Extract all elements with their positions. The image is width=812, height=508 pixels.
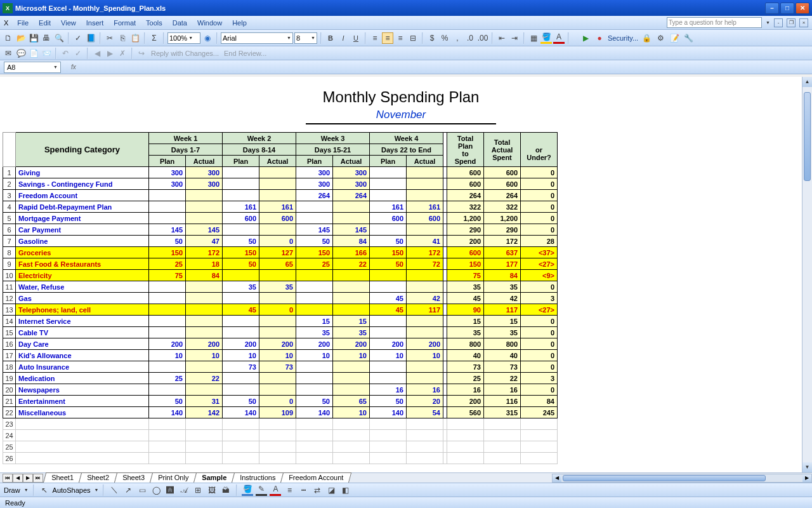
- menu-view[interactable]: View: [56, 18, 81, 28]
- dec-decimal-icon[interactable]: .00: [477, 32, 488, 44]
- bold-icon[interactable]: B: [325, 32, 336, 44]
- table-row[interactable]: 1Giving3003003003006006000: [3, 167, 558, 178]
- tab-sheet2[interactable]: Sheet2: [79, 472, 117, 483]
- close-button[interactable]: ✕: [796, 3, 809, 14]
- table-row[interactable]: 14Internet Service151515150: [3, 316, 558, 327]
- autosum-icon[interactable]: Σ: [148, 32, 160, 44]
- vertical-scrollbar[interactable]: ▲ ▼: [802, 77, 812, 472]
- spell-icon[interactable]: ✓: [72, 32, 84, 44]
- track-changes-icon[interactable]: ↶: [60, 48, 71, 59]
- budget-table[interactable]: Spending CategoryWeek 1Week 2Week 3Week …: [3, 132, 558, 464]
- italic-icon[interactable]: I: [337, 32, 349, 44]
- arrow-icon[interactable]: ↗: [122, 485, 134, 496]
- table-row[interactable]: 8Groceries150172150127150166150172600637…: [3, 247, 558, 258]
- show-comments-icon[interactable]: 📄: [28, 48, 39, 59]
- table-row[interactable]: 13Telephones; land, cell4504511790117<27…: [3, 304, 558, 316]
- menu-tools[interactable]: Tools: [141, 18, 167, 28]
- draw-menu[interactable]: Draw: [4, 486, 20, 494]
- play-icon[interactable]: ▶: [580, 32, 591, 44]
- table-row[interactable]: 10Electricity75847584<9>: [3, 270, 558, 281]
- menu-insert[interactable]: Insert: [81, 18, 109, 28]
- record-icon[interactable]: ●: [594, 32, 605, 44]
- line-style-icon[interactable]: ≡: [284, 485, 295, 496]
- name-box[interactable]: A8▼: [4, 62, 61, 73]
- comma-icon[interactable]: ,: [452, 32, 463, 44]
- table-row[interactable]: 6Car Payment1451451451452902900: [3, 224, 558, 236]
- print-icon[interactable]: 🖶: [41, 32, 52, 44]
- currency-icon[interactable]: $: [426, 32, 438, 44]
- arrow-style-icon[interactable]: ⇄: [311, 485, 323, 496]
- table-row[interactable]: 19Medication252225223: [3, 373, 558, 384]
- menu-data[interactable]: Data: [167, 18, 192, 28]
- table-row[interactable]: 3Freedom Account2642642642640: [3, 190, 558, 201]
- security-button[interactable]: Security...: [608, 34, 638, 42]
- autoshapes-menu[interactable]: AutoShapes: [53, 486, 91, 494]
- inc-indent-icon[interactable]: ⇥: [509, 32, 520, 44]
- tab-first-icon[interactable]: ⏮: [3, 474, 13, 483]
- line-icon[interactable]: ＼: [108, 485, 120, 496]
- table-row[interactable]: 24: [3, 430, 558, 441]
- protect-icon[interactable]: 🔒: [641, 32, 652, 44]
- textbox-icon[interactable]: 🅰: [164, 485, 176, 496]
- dec-indent-icon[interactable]: ⇤: [496, 32, 508, 44]
- reject-icon[interactable]: ✗: [117, 48, 128, 59]
- table-row[interactable]: 16Day Care200200200200200200200200800800…: [3, 338, 558, 350]
- worksheet-grid[interactable]: Monthly Spending Plan November Spending …: [0, 77, 802, 483]
- menu-file[interactable]: File: [12, 18, 34, 28]
- minimize-button[interactable]: －: [765, 3, 779, 14]
- rect-icon[interactable]: ▭: [136, 485, 148, 496]
- tab-print-only[interactable]: Print Only: [149, 472, 197, 483]
- tab-sheet1[interactable]: Sheet1: [43, 472, 82, 483]
- picture-icon[interactable]: 🏔: [220, 485, 232, 496]
- fill-draw-icon[interactable]: 🪣: [242, 485, 253, 496]
- copy-icon[interactable]: ⎘: [117, 32, 128, 44]
- oval-icon[interactable]: ◯: [150, 485, 162, 496]
- preview-icon[interactable]: 🔍: [53, 32, 65, 44]
- vba-icon[interactable]: 📝: [669, 32, 680, 44]
- next-comment-icon[interactable]: ▶: [104, 48, 115, 59]
- new-comment-icon[interactable]: 💬: [15, 48, 27, 59]
- inc-decimal-icon[interactable]: .0: [464, 32, 476, 44]
- font-select[interactable]: Arial▼: [221, 32, 293, 44]
- menu-edit[interactable]: Edit: [34, 18, 56, 28]
- underline-icon[interactable]: U: [350, 32, 362, 44]
- prev-comment-icon[interactable]: ◀: [91, 48, 103, 59]
- hscroll-thumb[interactable]: [563, 475, 766, 481]
- align-left-icon[interactable]: ≡: [369, 32, 381, 44]
- controls-icon[interactable]: 🔧: [683, 32, 694, 44]
- help-dropdown-icon[interactable]: ▼: [766, 20, 770, 25]
- font-color-icon[interactable]: A: [553, 32, 565, 44]
- borders-icon[interactable]: ▦: [528, 32, 539, 44]
- table-row[interactable]: 5Mortgage Payment6006006006001,2001,2000: [3, 213, 558, 224]
- table-row[interactable]: 23: [3, 418, 558, 430]
- table-row[interactable]: 25: [3, 441, 558, 453]
- doc-restore-button[interactable]: ❐: [787, 18, 796, 27]
- table-row[interactable]: 21Entertainment50315005065502020011684: [3, 396, 558, 407]
- table-row[interactable]: 26: [3, 453, 558, 464]
- scroll-left-icon[interactable]: ◀: [553, 474, 561, 482]
- vscroll-thumb[interactable]: [804, 92, 811, 181]
- 3d-icon[interactable]: ◧: [339, 485, 351, 496]
- maximize-button[interactable]: □: [780, 3, 794, 14]
- new-icon[interactable]: 🗋: [3, 32, 14, 44]
- menu-format[interactable]: Format: [108, 18, 141, 28]
- help-search-input[interactable]: [667, 17, 762, 28]
- align-center-icon[interactable]: ≡: [382, 32, 393, 44]
- research-icon[interactable]: 📘: [85, 32, 96, 44]
- accept-icon[interactable]: ✓: [72, 48, 84, 59]
- wordart-icon[interactable]: 𝒜: [178, 485, 190, 496]
- align-right-icon[interactable]: ≡: [395, 32, 406, 44]
- table-row[interactable]: 4Rapid Debt-Repayment Plan16116116116132…: [3, 201, 558, 213]
- help-icon[interactable]: ◉: [202, 32, 213, 44]
- doc-close-button[interactable]: ×: [799, 18, 808, 27]
- table-row[interactable]: 20Newspapers161616160: [3, 384, 558, 396]
- doc-minimize-button[interactable]: -: [774, 18, 783, 27]
- table-row[interactable]: 7Gasoline50475005084504120017228: [3, 236, 558, 247]
- table-row[interactable]: 18Auto Insurance737373730: [3, 361, 558, 373]
- select-icon[interactable]: ↖: [39, 485, 50, 496]
- table-row[interactable]: 2Savings - Contingency Fund3003003003006…: [3, 178, 558, 190]
- menu-help[interactable]: Help: [227, 18, 252, 28]
- tab-next-icon[interactable]: ▶: [23, 474, 33, 483]
- zoom-select[interactable]: 100%▼: [167, 32, 200, 44]
- envelope-icon[interactable]: ✉: [3, 48, 14, 59]
